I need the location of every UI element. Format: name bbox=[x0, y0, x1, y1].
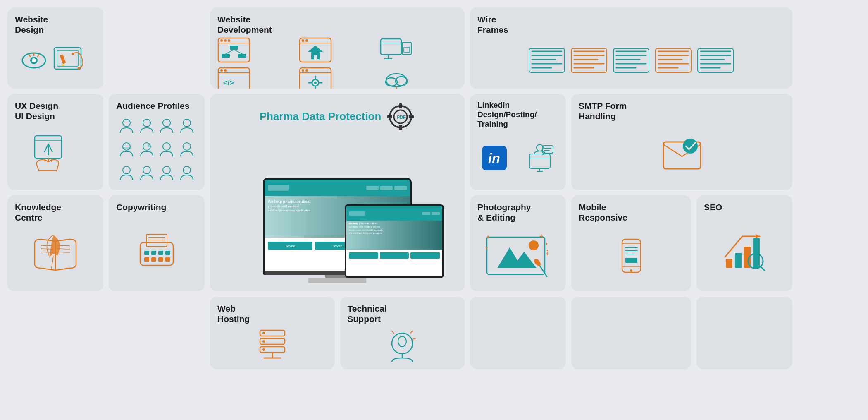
svg-point-174 bbox=[262, 332, 265, 334]
mobile-title: MobileResponsive bbox=[579, 202, 684, 223]
svg-rect-12 bbox=[218, 38, 250, 62]
svg-point-46 bbox=[314, 82, 317, 84]
card-linkedin: LinkedinDesign/Posting/Training in bbox=[470, 94, 566, 190]
persona-10 bbox=[138, 164, 155, 182]
card-smtp: SMTP FormHandling bbox=[571, 94, 792, 190]
card-website-design: Website Design bbox=[7, 7, 103, 89]
card-bottom-seo-bottom bbox=[696, 297, 792, 369]
svg-rect-62 bbox=[571, 48, 607, 72]
browser-gear-icon bbox=[299, 67, 332, 89]
svg-rect-74 bbox=[656, 48, 691, 72]
svg-point-2 bbox=[32, 58, 36, 62]
svg-point-96 bbox=[123, 143, 130, 150]
card-ux-design: UX DesignUI Design bbox=[7, 94, 103, 190]
browser-tree-icon bbox=[217, 37, 250, 63]
wf-box-teal bbox=[529, 48, 565, 73]
card-bottom-mobile-bottom bbox=[571, 297, 691, 369]
persona-7 bbox=[158, 141, 175, 158]
card-knowledge-centre: KnowledgeCentre bbox=[7, 195, 103, 291]
website-design-title: Website Design bbox=[15, 14, 96, 35]
svg-marker-168 bbox=[756, 234, 760, 238]
smtp-title: SMTP FormHandling bbox=[579, 101, 785, 121]
card-mobile-responsive: MobileResponsive bbox=[571, 195, 691, 291]
svg-point-15 bbox=[224, 39, 227, 42]
svg-rect-6 bbox=[54, 48, 81, 69]
server-stack-icon bbox=[254, 327, 291, 364]
ux-design-icons bbox=[15, 124, 96, 185]
pharma-gear-icon: PDF bbox=[386, 102, 415, 131]
mockup-screens: We help pharmaceutical products and medi… bbox=[218, 135, 456, 283]
photography-title: Photography& Editing bbox=[477, 202, 558, 223]
svg-line-130 bbox=[51, 256, 53, 270]
svg-point-159 bbox=[630, 269, 632, 272]
card-wireframes: WireFrames bbox=[470, 7, 792, 89]
technical-icons bbox=[348, 326, 458, 364]
svg-rect-97 bbox=[122, 147, 131, 149]
svg-point-175 bbox=[262, 340, 265, 343]
svg-rect-165 bbox=[735, 253, 742, 268]
svg-marker-26 bbox=[308, 46, 323, 52]
hosting-title: WebHosting bbox=[217, 303, 327, 324]
cloud-icon bbox=[380, 67, 413, 89]
copywriting-title: Copywriting bbox=[116, 202, 197, 212]
svg-rect-114 bbox=[529, 154, 550, 168]
audience-icons bbox=[116, 113, 197, 185]
svg-point-16 bbox=[228, 39, 230, 42]
knowledge-icons bbox=[15, 225, 96, 286]
svg-rect-80 bbox=[698, 48, 733, 72]
svg-text:✦: ✦ bbox=[485, 246, 488, 250]
svg-rect-139 bbox=[165, 251, 170, 255]
browser-house-icon bbox=[299, 37, 332, 63]
knowledge-title: KnowledgeCentre bbox=[15, 202, 96, 223]
svg-point-94 bbox=[163, 119, 170, 127]
eye-icon bbox=[21, 50, 46, 70]
card-technical-support: TechnicalSupport bbox=[340, 297, 465, 369]
smtp-envelope-icon bbox=[659, 134, 705, 175]
tablet-pencil-icon bbox=[52, 46, 89, 75]
linkedin-person-icon bbox=[521, 142, 554, 175]
svg-rect-110 bbox=[387, 115, 392, 118]
pharma-title: Pharma Data Protection bbox=[260, 110, 382, 123]
svg-marker-9 bbox=[61, 64, 64, 66]
svg-line-129 bbox=[57, 252, 70, 252]
svg-point-100 bbox=[163, 143, 170, 150]
svg-point-25 bbox=[305, 39, 308, 42]
svg-rect-28 bbox=[314, 55, 317, 59]
svg-line-186 bbox=[392, 331, 394, 333]
mobile-icons bbox=[579, 225, 684, 286]
svg-point-180 bbox=[398, 336, 406, 346]
linkedin-badge: in bbox=[482, 146, 507, 170]
website-dev-icons: </> bbox=[217, 37, 457, 89]
svg-rect-32 bbox=[404, 47, 410, 52]
persona-4 bbox=[178, 117, 196, 134]
services-grid: Website Design bbox=[7, 7, 861, 413]
svg-text:✦: ✦ bbox=[545, 242, 548, 246]
photography-icon: ✦ ✦ ✦ ✦ + + bbox=[485, 231, 551, 281]
website-design-icons bbox=[15, 37, 96, 84]
card-seo: SEO bbox=[696, 195, 792, 291]
svg-text:✦: ✦ bbox=[486, 234, 491, 240]
svg-rect-108 bbox=[399, 103, 402, 108]
svg-rect-21 bbox=[238, 54, 246, 58]
svg-rect-136 bbox=[144, 251, 149, 255]
svg-rect-68 bbox=[613, 48, 649, 72]
technical-support-icon bbox=[384, 327, 421, 364]
svg-point-43 bbox=[302, 69, 304, 72]
svg-point-10 bbox=[72, 53, 74, 55]
svg-point-123 bbox=[683, 139, 698, 154]
responsive-devices-icon bbox=[380, 37, 413, 63]
wireframes-title: WireFrames bbox=[477, 14, 785, 35]
svg-text:PDF: PDF bbox=[397, 115, 406, 120]
svg-point-176 bbox=[262, 348, 265, 351]
svg-point-105 bbox=[183, 166, 191, 174]
knowledge-book-icon bbox=[31, 235, 80, 276]
audience-title: Audience Profiles bbox=[116, 101, 197, 111]
phone-icon bbox=[620, 237, 643, 274]
technical-title: TechnicalSupport bbox=[348, 303, 458, 324]
wireframes-icons bbox=[477, 37, 785, 84]
browser-code-icon: </> bbox=[217, 67, 250, 89]
svg-point-92 bbox=[123, 119, 130, 127]
svg-point-14 bbox=[220, 39, 223, 42]
persona-3 bbox=[158, 117, 175, 134]
svg-rect-8 bbox=[60, 54, 66, 64]
